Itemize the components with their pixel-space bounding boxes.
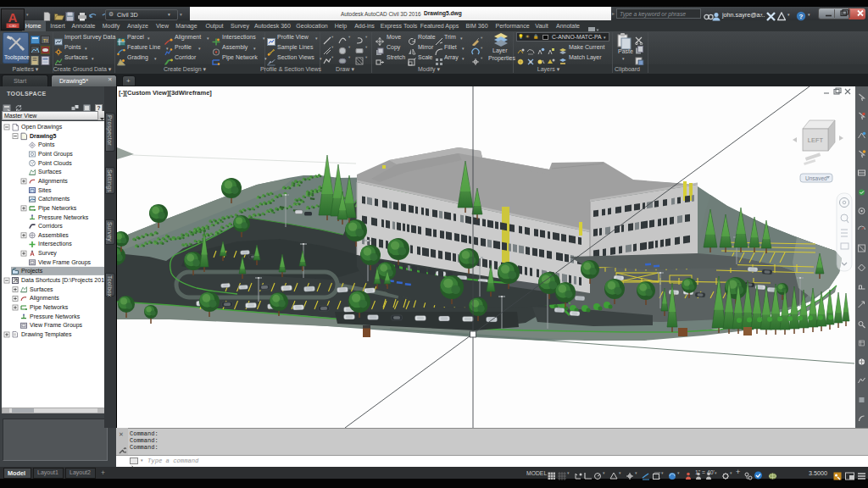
svg-text:C3D: C3D bbox=[9, 24, 17, 28]
svg-text:A: A bbox=[8, 10, 18, 25]
svg-text:?: ? bbox=[799, 13, 804, 20]
